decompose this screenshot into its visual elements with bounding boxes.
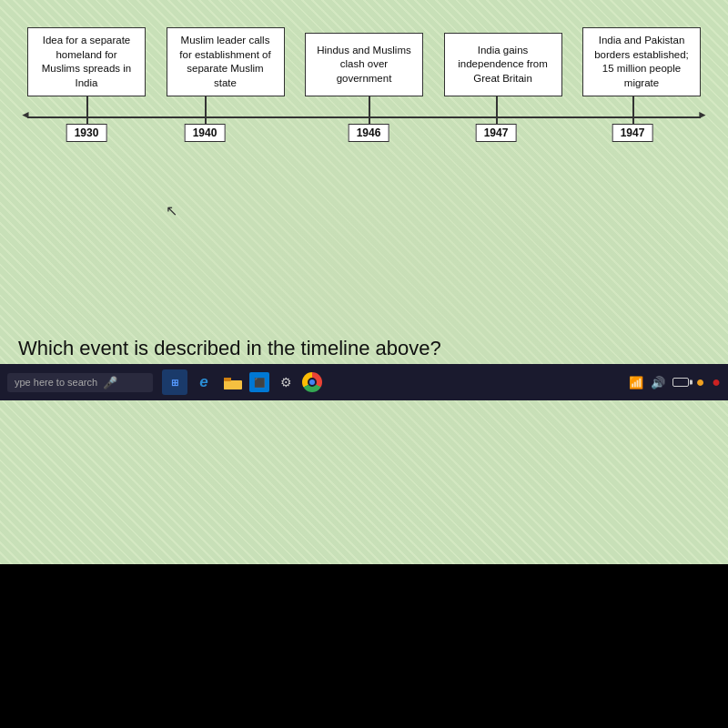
- year-label-4: 1947: [476, 124, 517, 142]
- event-text-1: Idea for a separate homeland for Muslims…: [35, 34, 137, 90]
- year-label-5: 1947: [612, 124, 653, 142]
- svg-rect-2: [224, 378, 231, 381]
- year-label-2: 1940: [185, 124, 226, 142]
- volume-icon: 🔊: [651, 376, 665, 389]
- cursor-icon: ↖: [166, 202, 177, 219]
- event-text-4: India gains independence from Great Brit…: [452, 44, 554, 86]
- battery-icon: [672, 378, 689, 387]
- event-box-2: Muslim leader calls for establishment of…: [167, 27, 285, 96]
- horizontal-line: [27, 116, 701, 118]
- timeline-container: Idea for a separate homeland for Muslims…: [9, 18, 719, 160]
- search-box[interactable]: ype here to search 🎤: [7, 373, 153, 392]
- file-explorer-icon[interactable]: [220, 369, 246, 395]
- search-placeholder-text: ype here to search: [15, 377, 97, 388]
- chrome-icon[interactable]: [302, 372, 322, 392]
- event-box-5: India and Pakistan borders established; …: [582, 27, 701, 96]
- user-account-icon: ●: [696, 374, 705, 390]
- events-row: Idea for a separate homeland for Muslims…: [18, 27, 710, 96]
- tick-3: [369, 111, 370, 124]
- settings-icon[interactable]: ⚙: [273, 369, 298, 395]
- microphone-icon[interactable]: 🎤: [103, 376, 117, 389]
- year-label-3: 1946: [349, 124, 389, 142]
- taskbar-icons: ⊞ e ⬛ ⚙: [162, 369, 322, 395]
- tick-5: [632, 111, 634, 124]
- year-label-1: 1930: [66, 124, 107, 142]
- svg-rect-1: [224, 380, 242, 389]
- notification-icon: ●: [712, 374, 721, 390]
- tick-4: [496, 111, 498, 124]
- taskbar: ype here to search 🎤 ⊞ e ⬛ ⚙: [0, 364, 728, 400]
- event-text-2: Muslim leader calls for establishment of…: [175, 34, 277, 90]
- cortana-icon[interactable]: ⊞: [162, 369, 187, 395]
- timeline-line: 1930 1940 1946 1947 1947: [27, 96, 701, 151]
- tick-1: [86, 111, 88, 124]
- event-text-3: Hindus and Muslims clash over government: [313, 44, 415, 86]
- laptop-bezel-bottom: [0, 564, 728, 728]
- main-screen: Idea for a separate homeland for Muslims…: [0, 0, 728, 564]
- event-text-5: India and Pakistan borders established; …: [591, 34, 693, 90]
- tick-2: [205, 111, 207, 124]
- taskbar-right: 📶 🔊 ● ●: [629, 374, 721, 390]
- ms-store-icon[interactable]: ⬛: [249, 372, 269, 392]
- event-box-1: Idea for a separate homeland for Muslims…: [27, 27, 146, 96]
- network-icon: 📶: [629, 376, 643, 389]
- question-text: Which event is described in the timeline…: [18, 337, 710, 360]
- event-box-4: India gains independence from Great Brit…: [444, 33, 562, 96]
- event-box-3: Hindus and Muslims clash over government: [305, 33, 423, 96]
- edge-browser-icon[interactable]: e: [191, 369, 217, 395]
